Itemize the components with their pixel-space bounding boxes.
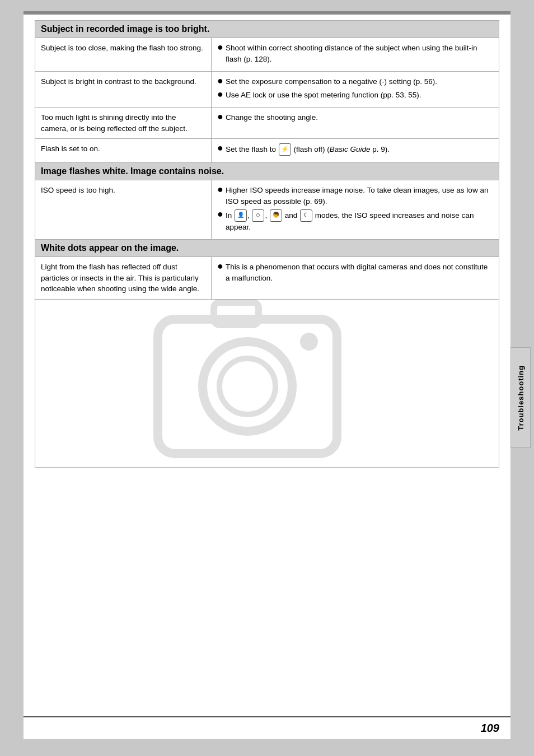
bullet-dot: ●	[217, 76, 223, 86]
bullet-item: ● Change the shooting angle.	[217, 112, 493, 123]
bullet-text: Set the exposure compensation to a negat…	[226, 76, 493, 87]
cause-cell: ISO speed is too high.	[35, 180, 212, 240]
table-row: ISO speed is too high. ● Higher ISO spee…	[35, 180, 499, 240]
bullet-dot: ●	[217, 111, 223, 122]
section-dots-header: White dots appear on the image.	[35, 240, 499, 257]
section-noise-title: Image flashes white. Image contains nois…	[35, 163, 499, 180]
cause-text: Flash is set to on.	[41, 144, 100, 153]
bullet-item: ● Set the exposure compensation to a neg…	[217, 76, 493, 87]
bullet-dot: ●	[217, 89, 223, 99]
bullet-text: Change the shooting angle.	[226, 112, 493, 123]
side-tab: Troubleshooting	[510, 347, 531, 448]
cause-text: Subject is bright in contrast to the bac…	[41, 77, 196, 86]
bullet-text-modes: In 👤, ◇, 👦 and ☾ modes, the ISO speed in…	[226, 209, 493, 233]
bullet-dot: ●	[217, 209, 223, 219]
side-tab-label: Troubleshooting	[517, 365, 525, 431]
solution-cell-flash: ● Set the flash to ⚡ (flash off) (Basic …	[212, 139, 499, 163]
cause-cell: Subject is too close, making the flash t…	[35, 38, 212, 72]
spacer-row	[35, 299, 499, 467]
bullet-item-modes: ● In 👤, ◇, 👦 and ☾ modes, the ISO speed …	[217, 209, 493, 233]
bullet-dot: ●	[217, 261, 223, 271]
section-noise-header: Image flashes white. Image contains nois…	[35, 163, 499, 180]
cause-cell: Light from the flash has reflected off d…	[35, 257, 212, 300]
bullet-text: Shoot within correct shooting distance o…	[226, 43, 493, 64]
bullet-item: ● Higher ISO speeds increase image noise…	[217, 185, 493, 207]
cause-text: Subject is too close, making the flash t…	[41, 44, 203, 52]
table-row: Light from the flash has reflected off d…	[35, 257, 499, 300]
solution-cell-iso: ● Higher ISO speeds increase image noise…	[212, 180, 499, 240]
night-icon: ☾	[300, 209, 312, 222]
page: Subject in recorded image is too bright.…	[24, 11, 510, 739]
bullet-item: ● Set the flash to ⚡ (flash off) (Basic …	[217, 143, 493, 156]
bullet-text: Use AE lock or use the spot metering fun…	[226, 90, 493, 101]
bullet-item: ● This is a phenomenon that occurs with …	[217, 262, 493, 283]
table-row: Subject is bright in contrast to the bac…	[35, 72, 499, 108]
section-bright-header: Subject in recorded image is too bright.	[35, 21, 499, 38]
solution-cell: ● This is a phenomenon that occurs with …	[212, 257, 499, 300]
page-number-area: 109	[24, 716, 510, 739]
solution-cell: ● Shoot within correct shooting distance…	[212, 38, 499, 72]
cause-cell: Flash is set to on.	[35, 139, 212, 163]
bullet-dot: ●	[217, 42, 223, 52]
flash-off-icon: ⚡	[279, 143, 291, 156]
section-bright-title: Subject in recorded image is too bright.	[35, 21, 499, 38]
main-content: Subject in recorded image is too bright.…	[24, 15, 510, 716]
page-number: 109	[481, 722, 499, 735]
table-row: Subject is too close, making the flash t…	[35, 38, 499, 72]
cause-cell: Too much light is shining directly into …	[35, 108, 212, 139]
portrait-icon: 👤	[235, 209, 247, 222]
cause-text: ISO speed is too high.	[41, 186, 115, 194]
bullet-item: ● Use AE lock or use the spot metering f…	[217, 90, 493, 101]
bullet-dot: ●	[217, 184, 223, 194]
cause-cell: Subject is bright in contrast to the bac…	[35, 72, 212, 108]
table-row: Too much light is shining directly into …	[35, 108, 499, 139]
cause-text: Too much light is shining directly into …	[41, 113, 188, 133]
kids-icon: 👦	[270, 209, 282, 222]
landscape-icon: ◇	[252, 209, 264, 222]
bullet-text: This is a phenomenon that occurs with di…	[226, 262, 493, 283]
cause-text: Light from the flash has reflected off d…	[41, 263, 199, 293]
solution-cell: ● Change the shooting angle.	[212, 108, 499, 139]
bullet-text-flash: Set the flash to ⚡ (flash off) (Basic Gu…	[226, 143, 493, 156]
spacer-cell	[35, 299, 499, 467]
bullet-text-iso: Higher ISO speeds increase image noise. …	[226, 185, 493, 207]
bullet-item: ● Shoot within correct shooting distance…	[217, 43, 493, 64]
table-row: Flash is set to on. ● Set the flash to ⚡…	[35, 139, 499, 163]
bullet-dot: ●	[217, 143, 223, 153]
section-dots-title: White dots appear on the image.	[35, 240, 499, 257]
solution-cell: ● Set the exposure compensation to a neg…	[212, 72, 499, 108]
troubleshoot-table: Subject in recorded image is too bright.…	[35, 20, 499, 468]
